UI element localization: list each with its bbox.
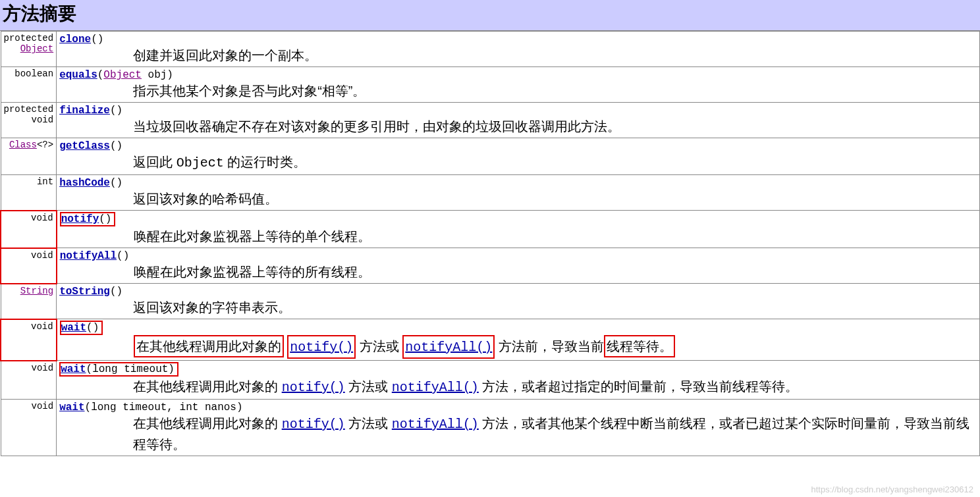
- method-cell: wait()在其他线程调用此对象的 notify() 方法或 notifyAll…: [57, 319, 980, 361]
- table-row: inthashCode()返回该对象的哈希码值。: [1, 175, 980, 211]
- method-description: 指示其他某个对象是否与此对象“相等”。: [59, 81, 977, 101]
- method-cell: clone()创建并返回此对象的一个副本。: [57, 32, 980, 67]
- method-signature[interactable]: notify(): [60, 213, 116, 225]
- link[interactable]: notifyAll(): [392, 380, 479, 395]
- method-signature[interactable]: getClass(): [59, 140, 122, 152]
- method-description: 当垃圾回收器确定不存在对该对象的更多引用时，由对象的垃圾回收器调用此方法。: [59, 117, 977, 136]
- table-row: voidwait(long timeout, int nanos)在其他线程调用…: [1, 400, 980, 456]
- method-signature[interactable]: clone(): [59, 34, 103, 45]
- table-row: voidwait()在其他线程调用此对象的 notify() 方法或 notif…: [1, 319, 980, 361]
- link[interactable]: Object: [103, 69, 142, 81]
- link[interactable]: notify(): [290, 340, 353, 355]
- link[interactable]: wait: [61, 363, 86, 375]
- method-description: 唤醒在此对象监视器上等待的所有线程。: [60, 262, 977, 282]
- link[interactable]: Object: [20, 43, 53, 54]
- link[interactable]: notifyAll(): [405, 340, 492, 355]
- method-cell: wait(long timeout, int nanos)在其他线程调用此对象的…: [57, 400, 980, 456]
- method-description: 返回该对象的字符串表示。: [59, 298, 977, 317]
- return-type: void: [1, 361, 57, 400]
- method-description: 在其他线程调用此对象的 notify() 方法或 notifyAll() 方法，…: [59, 413, 977, 454]
- link[interactable]: notify(): [282, 380, 345, 395]
- method-signature[interactable]: hashCode(): [59, 177, 122, 189]
- table-row: Class<?>getClass()返回此 Object 的运行时类。: [1, 138, 980, 175]
- method-cell: hashCode()返回该对象的哈希码值。: [57, 175, 980, 211]
- method-signature[interactable]: wait(long timeout): [59, 363, 178, 375]
- method-signature[interactable]: wait(long timeout, int nanos): [59, 402, 242, 413]
- link[interactable]: equals: [59, 69, 97, 81]
- return-type: protected void: [1, 103, 57, 138]
- table-row: voidnotifyAll()唤醒在此对象监视器上等待的所有线程。: [1, 248, 980, 284]
- link[interactable]: wait: [59, 402, 84, 413]
- method-signature[interactable]: notifyAll(): [60, 250, 130, 262]
- section-title: 方法摘要: [0, 0, 980, 31]
- method-cell: notify()唤醒在此对象监视器上等待的单个线程。: [57, 211, 980, 248]
- link[interactable]: notifyAll(): [392, 417, 479, 432]
- method-description: 返回此 Object 的运行时类。: [59, 152, 977, 173]
- method-summary-table: protected Objectclone()创建并返回此对象的一个副本。boo…: [0, 31, 980, 456]
- method-cell: wait(long timeout)在其他线程调用此对象的 notify() 方…: [57, 361, 980, 400]
- return-type: protected Object: [1, 32, 57, 67]
- method-cell: equals(Object obj)指示其他某个对象是否与此对象“相等”。: [57, 67, 980, 103]
- method-description: 唤醒在此对象监视器上等待的单个线程。: [60, 226, 977, 246]
- return-type: int: [1, 175, 57, 211]
- return-type: Class<?>: [1, 138, 57, 175]
- link[interactable]: wait: [61, 322, 86, 334]
- table-row: protected voidfinalize()当垃圾回收器确定不存在对该对象的…: [1, 103, 980, 138]
- method-signature[interactable]: toString(): [59, 286, 122, 298]
- method-description: 返回该对象的哈希码值。: [59, 189, 977, 209]
- method-cell: notifyAll()唤醒在此对象监视器上等待的所有线程。: [57, 248, 980, 284]
- link[interactable]: notifyAll: [60, 250, 117, 262]
- return-type: boolean: [1, 67, 57, 103]
- link[interactable]: notify: [61, 213, 99, 225]
- link[interactable]: toString: [59, 286, 110, 298]
- return-type: void: [1, 211, 57, 248]
- method-cell: finalize()当垃圾回收器确定不存在对该对象的更多引用时，由对象的垃圾回收…: [57, 103, 980, 138]
- method-signature[interactable]: equals(Object obj): [59, 69, 173, 81]
- method-signature[interactable]: finalize(): [59, 105, 122, 117]
- return-type: void: [1, 248, 57, 284]
- table-row: booleanequals(Object obj)指示其他某个对象是否与此对象“…: [1, 67, 980, 103]
- link[interactable]: notify(): [282, 417, 345, 432]
- method-description: 创建并返回此对象的一个副本。: [59, 45, 977, 65]
- link[interactable]: clone: [59, 34, 91, 45]
- method-description: 在其他线程调用此对象的 notify() 方法或 notifyAll() 方法，…: [59, 377, 977, 398]
- method-signature[interactable]: wait(): [60, 322, 103, 334]
- return-type: void: [1, 319, 57, 361]
- table-row: protected Objectclone()创建并返回此对象的一个副本。: [1, 32, 980, 67]
- return-type: String: [1, 284, 57, 319]
- table-row: voidnotify()唤醒在此对象监视器上等待的单个线程。: [1, 211, 980, 248]
- method-cell: getClass()返回此 Object 的运行时类。: [57, 138, 980, 175]
- link[interactable]: Class: [9, 140, 37, 150]
- link[interactable]: finalize: [59, 105, 110, 117]
- link[interactable]: getClass: [59, 140, 110, 152]
- table-row: voidwait(long timeout)在其他线程调用此对象的 notify…: [1, 361, 980, 400]
- return-type: void: [1, 400, 57, 456]
- method-description: 在其他线程调用此对象的 notify() 方法或 notifyAll() 方法前…: [60, 335, 977, 359]
- link[interactable]: String: [20, 286, 53, 296]
- table-row: StringtoString()返回该对象的字符串表示。: [1, 284, 980, 319]
- method-cell: toString()返回该对象的字符串表示。: [57, 284, 980, 319]
- link[interactable]: hashCode: [59, 177, 110, 189]
